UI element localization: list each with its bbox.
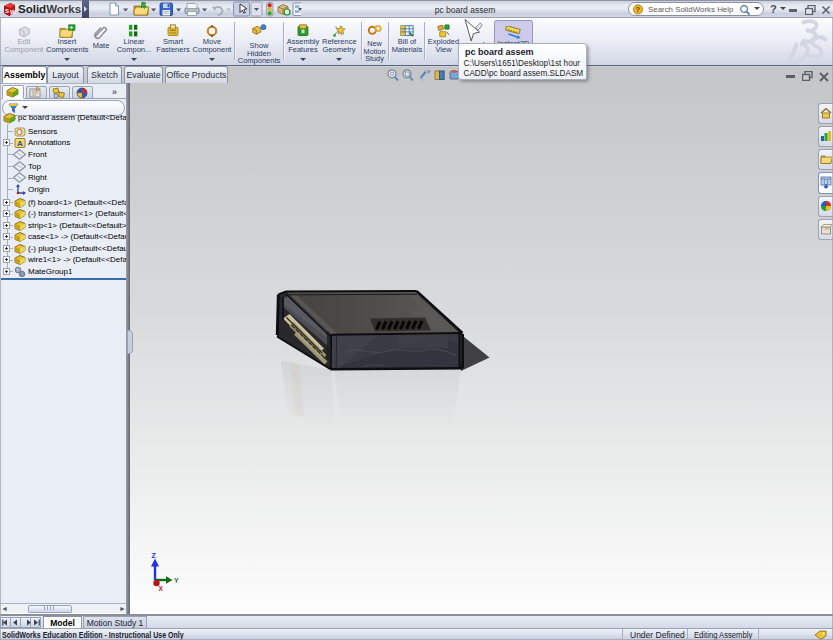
svg-text:Y: Y [174,577,179,584]
svg-text:X: X [159,585,164,592]
svg-text:Z: Z [152,552,157,559]
